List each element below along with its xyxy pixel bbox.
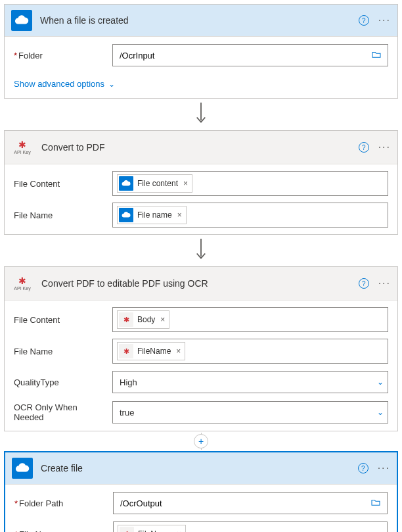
token-label: FileName bbox=[138, 529, 171, 532]
apikey-icon: ✱ bbox=[119, 312, 133, 327]
chevron-down-icon: ⌄ bbox=[377, 377, 384, 387]
card-header[interactable]: Create file ? ··· bbox=[5, 452, 397, 485]
file-name-input[interactable]: ✱ FileName × bbox=[113, 521, 388, 532]
help-icon[interactable]: ? bbox=[359, 142, 369, 153]
token-filename[interactable]: ✱ FileName × bbox=[117, 342, 185, 360]
apikey-icon: ✱ API Key bbox=[11, 272, 34, 295]
step-when-file-created: When a file is created ? ··· *Folder Sho… bbox=[4, 4, 398, 99]
apikey-icon: ✱ bbox=[119, 344, 133, 358]
help-icon[interactable]: ? bbox=[359, 278, 369, 289]
token-remove-icon[interactable]: × bbox=[159, 315, 165, 324]
file-name-label: *File Name bbox=[14, 529, 113, 533]
quality-value: High bbox=[120, 377, 377, 387]
file-content-input[interactable]: ✱ Body × bbox=[112, 307, 388, 332]
file-name-label: File Name bbox=[14, 347, 112, 356]
card-header[interactable]: ✱ API Key Convert to PDF ? ··· bbox=[5, 131, 397, 164]
token-remove-icon[interactable]: × bbox=[182, 179, 188, 188]
step-create-file: Create file ? ··· *Folder Path *File Nam… bbox=[4, 451, 398, 532]
token-file-content[interactable]: File content × bbox=[117, 174, 192, 193]
folder-picker-icon[interactable] bbox=[368, 498, 383, 508]
folder-label: *Folder bbox=[14, 51, 112, 60]
folder-path-text[interactable] bbox=[120, 498, 368, 508]
flow-arrow-icon bbox=[0, 103, 402, 126]
token-remove-icon[interactable]: × bbox=[176, 210, 182, 220]
folder-picker-icon[interactable] bbox=[369, 50, 384, 60]
ocr-only-select[interactable]: true ⌄ bbox=[112, 401, 388, 423]
help-icon[interactable]: ? bbox=[359, 15, 369, 26]
folder-input[interactable] bbox=[112, 44, 388, 66]
quality-label: QualityType bbox=[14, 377, 112, 387]
folder-input-text[interactable] bbox=[120, 51, 369, 60]
help-icon[interactable]: ? bbox=[358, 463, 368, 473]
onedrive-icon bbox=[119, 208, 133, 222]
card-title: Convert to PDF bbox=[41, 142, 359, 153]
onedrive-icon bbox=[119, 176, 133, 191]
more-icon[interactable]: ··· bbox=[378, 14, 391, 26]
token-remove-icon[interactable]: × bbox=[175, 529, 181, 532]
chevron-down-icon: ⌄ bbox=[377, 408, 384, 417]
chevron-down-icon: ⌄ bbox=[108, 80, 115, 89]
folder-path-label: *Folder Path bbox=[14, 498, 113, 508]
token-label: Body bbox=[137, 315, 155, 324]
flow-arrow-icon bbox=[0, 239, 402, 262]
token-filename[interactable]: ✱ FileName × bbox=[118, 525, 186, 532]
card-title: Convert PDF to editable PDF using OCR bbox=[41, 278, 359, 289]
file-content-label: File Content bbox=[14, 315, 112, 325]
card-title: When a file is created bbox=[40, 15, 359, 26]
file-content-input[interactable]: File content × bbox=[112, 171, 388, 196]
token-remove-icon[interactable]: × bbox=[175, 347, 181, 356]
token-label: FileName bbox=[137, 347, 171, 356]
apikey-icon: ✱ API Key bbox=[11, 136, 34, 158]
folder-path-input[interactable] bbox=[113, 492, 388, 514]
card-title: Create file bbox=[41, 463, 358, 473]
file-name-input[interactable]: File name × bbox=[112, 203, 388, 228]
add-step-button[interactable]: + bbox=[194, 434, 208, 448]
apikey-icon: ✱ bbox=[120, 527, 134, 532]
file-content-label: File Content bbox=[14, 179, 112, 189]
more-icon[interactable]: ··· bbox=[378, 462, 390, 474]
token-file-name[interactable]: File name × bbox=[117, 206, 187, 224]
token-label: File content bbox=[137, 179, 178, 188]
token-body[interactable]: ✱ Body × bbox=[117, 310, 169, 329]
card-header[interactable]: ✱ API Key Convert PDF to editable PDF us… bbox=[5, 267, 397, 301]
show-advanced-toggle[interactable]: Show advanced options ⌄ bbox=[14, 79, 115, 89]
onedrive-icon bbox=[12, 458, 33, 479]
ocr-only-value: true bbox=[120, 408, 377, 418]
add-step-connector: + bbox=[0, 433, 402, 450]
file-name-label: File Name bbox=[14, 210, 112, 220]
more-icon[interactable]: ··· bbox=[378, 141, 391, 153]
token-label: File name bbox=[137, 210, 172, 220]
more-icon[interactable]: ··· bbox=[378, 278, 391, 289]
onedrive-icon bbox=[11, 10, 32, 31]
show-advanced-label: Show advanced options bbox=[14, 79, 104, 89]
card-header[interactable]: When a file is created ? ··· bbox=[5, 5, 397, 37]
step-convert-pdf-ocr: ✱ API Key Convert PDF to editable PDF us… bbox=[4, 266, 398, 431]
quality-select[interactable]: High ⌄ bbox=[112, 371, 388, 393]
ocr-only-label: OCR Only When Needed bbox=[14, 402, 112, 422]
step-convert-to-pdf: ✱ API Key Convert to PDF ? ··· File Cont… bbox=[4, 130, 398, 235]
file-name-input[interactable]: ✱ FileName × bbox=[112, 339, 388, 364]
